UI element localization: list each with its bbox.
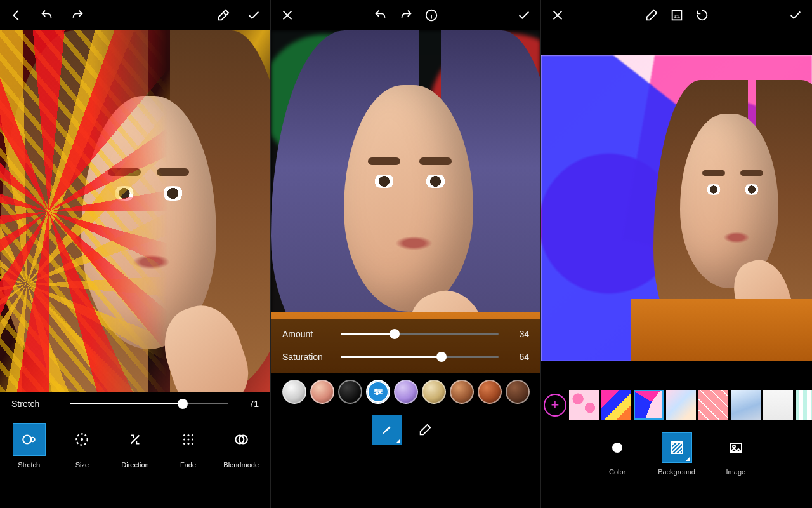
tool-stretch[interactable]: Stretch	[6, 423, 52, 469]
svg-point-1	[30, 438, 34, 442]
reset-button[interactable]	[690, 3, 715, 28]
stretch-slider[interactable]	[70, 403, 228, 404]
thumb-soft-paint[interactable]	[634, 390, 664, 420]
toolbar	[0, 0, 270, 30]
tool-stretch-label: Stretch	[18, 461, 40, 469]
tool-direction-label: Direction	[121, 461, 148, 469]
hair-color-swatches	[271, 373, 540, 409]
info-button[interactable]	[419, 3, 444, 28]
background-mode-tools: Color Background Image	[541, 424, 812, 487]
tool-fade[interactable]: Fade	[166, 423, 211, 469]
apply-button[interactable]	[241, 3, 266, 28]
svg-text:1:1: 1:1	[673, 13, 679, 19]
tool-fade-label: Fade	[180, 461, 196, 469]
eraser-button[interactable]	[639, 3, 664, 28]
tool-size-label: Size	[75, 461, 89, 469]
undo-button[interactable]	[34, 3, 60, 28]
add-background-button[interactable]: +	[544, 394, 566, 417]
eraser-tool[interactable]	[410, 415, 440, 444]
apply-button[interactable]	[783, 3, 808, 28]
svg-point-8	[187, 438, 189, 440]
svg-point-24	[733, 445, 735, 448]
svg-point-12	[192, 443, 193, 444]
svg-point-16	[375, 389, 377, 391]
swatch-adjust[interactable]	[366, 380, 390, 404]
svg-point-11	[187, 443, 189, 444]
canvas[interactable]: Amount 34 Saturation 64	[271, 30, 540, 373]
amount-slider[interactable]	[341, 333, 499, 335]
svg-point-5	[187, 434, 189, 436]
background-thumbnails: +	[541, 386, 812, 424]
svg-point-6	[192, 434, 193, 436]
swatch-auburn[interactable]	[450, 380, 474, 404]
saturation-value: 64	[508, 352, 529, 362]
apply-button[interactable]	[511, 3, 537, 28]
stretch-label: Stretch	[11, 399, 61, 409]
back-button[interactable]	[4, 3, 29, 28]
redo-button[interactable]	[65, 3, 90, 28]
thumb-mint-stripes[interactable]	[796, 390, 812, 420]
tool-blendmode[interactable]: Blendmode	[218, 423, 264, 469]
close-button[interactable]	[545, 3, 570, 28]
amount-label: Amount	[282, 329, 332, 339]
svg-point-7	[183, 438, 185, 440]
panel-background: 1:1 +	[540, 0, 812, 508]
aspect-ratio-button[interactable]: 1:1	[664, 3, 690, 28]
tool-color[interactable]: Color	[602, 432, 632, 476]
swatch-rose[interactable]	[310, 380, 334, 404]
amount-slider-row: Amount 34	[271, 323, 540, 345]
swatch-blonde[interactable]	[422, 380, 446, 404]
toolbar: 1:1	[541, 0, 812, 30]
undo-button[interactable]	[368, 3, 393, 28]
tool-image-label: Image	[726, 468, 746, 476]
brush-tool[interactable]	[372, 415, 402, 444]
panel-dispersion: Stretch 71 Stretch Size Direction	[0, 0, 270, 508]
tool-size[interactable]: Size	[59, 423, 105, 469]
canvas[interactable]	[0, 30, 270, 392]
svg-point-4	[183, 434, 185, 436]
svg-point-17	[379, 391, 381, 393]
panel-hair-color: Amount 34 Saturation 64	[270, 0, 540, 508]
swatch-brown[interactable]	[506, 380, 530, 404]
tool-background-label: Background	[658, 468, 695, 476]
saturation-label: Saturation	[282, 352, 332, 362]
saturation-slider-row: Saturation 64	[271, 345, 540, 368]
swatch-black[interactable]	[338, 380, 362, 404]
canvas[interactable]	[541, 30, 812, 386]
thumb-bold-paint[interactable]	[601, 390, 631, 420]
tool-background[interactable]: Background	[658, 432, 695, 476]
swatch-lavender[interactable]	[394, 380, 418, 404]
thumb-pastel-brush[interactable]	[666, 390, 696, 420]
eraser-button[interactable]	[211, 3, 236, 28]
amount-value: 34	[508, 329, 529, 339]
stretch-slider-row: Stretch 71	[0, 392, 270, 415]
svg-point-10	[183, 443, 185, 444]
svg-point-3	[81, 438, 83, 441]
thumb-paper-white[interactable]	[763, 390, 793, 420]
saturation-slider[interactable]	[341, 356, 499, 358]
thumb-blue-marble[interactable]	[731, 390, 761, 420]
swatch-silver[interactable]	[282, 380, 306, 404]
redo-button[interactable]	[393, 3, 419, 28]
stretch-value: 71	[237, 399, 259, 409]
adjust-overlay: Amount 34 Saturation 64	[271, 319, 540, 373]
toolbar	[271, 0, 540, 30]
tool-image[interactable]: Image	[721, 432, 751, 476]
thumb-pink-dots[interactable]	[569, 390, 599, 420]
thumb-watermelon[interactable]	[698, 390, 728, 420]
close-button[interactable]	[275, 3, 300, 28]
svg-point-9	[192, 438, 193, 440]
tool-color-label: Color	[609, 468, 625, 476]
tool-blendmode-label: Blendmode	[223, 461, 259, 469]
swatch-copper[interactable]	[478, 380, 502, 404]
svg-point-21	[612, 443, 622, 453]
brush-tools	[271, 409, 540, 453]
effect-tools: Stretch Size Direction Fade Blendm	[0, 415, 270, 480]
svg-point-18	[376, 393, 378, 395]
tool-direction[interactable]: Direction	[112, 423, 158, 469]
